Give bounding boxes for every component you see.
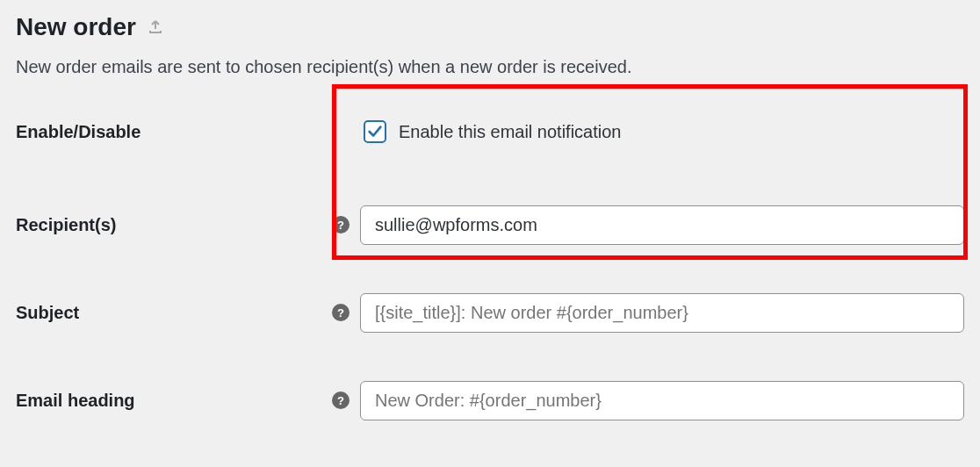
enable-checkbox[interactable] <box>364 120 386 143</box>
row-subject: Subject ? <box>16 291 964 334</box>
help-icon[interactable]: ? <box>332 304 349 321</box>
row-email-heading: Email heading ? <box>16 379 964 421</box>
subject-input[interactable] <box>360 293 964 333</box>
help-icon[interactable]: ? <box>332 216 349 234</box>
page-header: New order <box>16 13 964 41</box>
page-description: New order emails are sent to chosen reci… <box>16 57 964 77</box>
email-heading-input[interactable] <box>360 381 964 420</box>
help-icon[interactable]: ? <box>332 392 349 409</box>
row-enable: Enable/Disable Enable this email notific… <box>16 111 964 153</box>
back-link-icon[interactable] <box>147 18 164 36</box>
page-title: New order <box>16 13 136 41</box>
recipients-input[interactable] <box>360 205 964 245</box>
label-email-heading: Email heading <box>16 391 332 411</box>
enable-checkbox-label: Enable this email notification <box>399 122 621 142</box>
label-subject: Subject <box>16 303 332 323</box>
label-recipients: Recipient(s) <box>16 215 332 235</box>
label-enable: Enable/Disable <box>16 122 332 142</box>
row-recipients: Recipient(s) ? <box>16 204 964 246</box>
